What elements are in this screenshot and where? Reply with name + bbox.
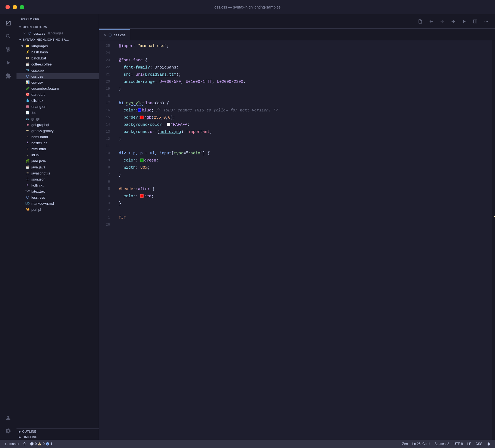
cucumber-icon: 🥒 bbox=[25, 86, 30, 91]
code-content[interactable]: @import "manual.css"; @font-face { font-… bbox=[114, 40, 492, 440]
tab-close-icon[interactable]: ✕ bbox=[103, 33, 106, 37]
open-editors-section[interactable]: ▼ OPEN EDITORS bbox=[16, 24, 99, 30]
code-line-15: border:rgb(255,0,0); bbox=[119, 114, 492, 121]
close-button[interactable] bbox=[6, 5, 10, 9]
open-editor-path: languages bbox=[48, 31, 63, 35]
activity-search-icon[interactable] bbox=[2, 30, 14, 42]
file-dart[interactable]: 🎯 dart.dart bbox=[16, 91, 99, 97]
file-elixir[interactable]: 💧 elixir.ex bbox=[16, 97, 99, 103]
activity-account-icon[interactable] bbox=[2, 412, 14, 424]
file-csv[interactable]: 📊 csv.csv bbox=[16, 79, 99, 85]
kotlin-icon: K bbox=[25, 183, 30, 187]
window-controls[interactable] bbox=[6, 5, 24, 9]
color-swatch-green bbox=[140, 159, 144, 162]
file-groovy[interactable]: 〜 groovy.groovy bbox=[16, 128, 99, 134]
mode-item[interactable]: Zen bbox=[402, 442, 408, 446]
elixir-icon: 💧 bbox=[25, 98, 30, 103]
code-line-14: background-color: #FAFAFA; bbox=[119, 121, 492, 128]
file-perl[interactable]: 🐪 perl.pl bbox=[16, 206, 99, 212]
git-diff-icon[interactable] bbox=[416, 17, 425, 26]
open-editor-name: css.css bbox=[34, 31, 45, 35]
activity-settings-icon[interactable] bbox=[2, 425, 14, 437]
file-name: json.json bbox=[31, 177, 45, 181]
file-latex[interactable]: TeX latex.tex bbox=[16, 188, 99, 194]
line-number-26: 26 bbox=[99, 221, 110, 228]
file-batch[interactable]: ⊞ batch.bat bbox=[16, 55, 99, 61]
file-ini[interactable]: ⁝ ini.ini bbox=[16, 152, 99, 158]
sidebar-bottom: ▶ OUTLINE ▶ TIMELINE bbox=[16, 428, 99, 440]
code-line-19: } bbox=[119, 85, 492, 92]
file-cucumber[interactable]: 🥒 cucumber.feature bbox=[16, 85, 99, 91]
file-name: javascript.js bbox=[31, 171, 50, 175]
file-go[interactable]: go go.go bbox=[16, 116, 99, 122]
file-kotlin[interactable]: K kotlin.kt bbox=[16, 182, 99, 188]
folder-languages[interactable]: ▼ 📁 languages bbox=[16, 43, 99, 49]
go-back-icon[interactable] bbox=[427, 17, 436, 26]
titlebar: css.css — syntax-highlighting-samples bbox=[0, 0, 495, 14]
code-editor[interactable]: 25 24 23 22 21 20 19 18 17 16 15 14 13 1… bbox=[99, 40, 495, 440]
folder-icon: 📁 bbox=[25, 44, 30, 48]
file-css[interactable]: ⬡ css.css bbox=[16, 73, 99, 79]
file-tree: ▼ 📁 languages ⚡ bash.bash ⊞ batch.bat ☕ … bbox=[16, 42, 99, 428]
go-forward-disabled-icon[interactable] bbox=[438, 17, 447, 26]
cursor-position-item[interactable]: Ln 26, Col 1 bbox=[412, 442, 430, 446]
file-java[interactable]: ☕ java.java bbox=[16, 164, 99, 170]
file-javascript[interactable]: JS javascript.js bbox=[16, 170, 99, 176]
activity-debug-icon[interactable] bbox=[2, 57, 14, 69]
file-less[interactable]: ⬡ less.less bbox=[16, 194, 99, 200]
outline-section[interactable]: ▶ OUTLINE bbox=[16, 429, 99, 434]
open-editor-css[interactable]: ✕ ⬡ css.css languages bbox=[16, 30, 99, 36]
file-erlang[interactable]: ⊞ erlang.erl bbox=[16, 103, 99, 110]
file-json[interactable]: {} json.json bbox=[16, 176, 99, 182]
activity-extensions-icon[interactable] bbox=[2, 70, 14, 82]
file-coffee[interactable]: ☕ coffee.coffee bbox=[16, 61, 99, 67]
activity-bar bbox=[0, 14, 16, 440]
file-name: ini.ini bbox=[31, 153, 40, 157]
code-line-4: color: red; bbox=[119, 193, 492, 200]
file-jade[interactable]: 🌿 jade.jade bbox=[16, 158, 99, 164]
line-number-5: 5 bbox=[99, 185, 110, 193]
timeline-section[interactable]: ▶ TIMELINE bbox=[16, 434, 99, 440]
file-haml[interactable]: ⌁ haml.haml bbox=[16, 134, 99, 140]
minimize-button[interactable] bbox=[13, 5, 17, 9]
split-editor-icon[interactable] bbox=[471, 17, 480, 26]
file-name: java.java bbox=[31, 165, 45, 169]
csv-icon: 📊 bbox=[25, 80, 30, 84]
file-name: groovy.groovy bbox=[31, 129, 54, 133]
file-html[interactable]: 5 html.html bbox=[16, 146, 99, 152]
folder-name: languages bbox=[31, 44, 48, 48]
indentation-item[interactable]: Spaces: 2 bbox=[435, 442, 449, 446]
info-icon bbox=[46, 442, 50, 446]
file-cpp[interactable]: C+ cpp.cpp bbox=[16, 67, 99, 73]
color-swatch-red bbox=[140, 116, 144, 119]
file-bash[interactable]: ⚡ bash.bash bbox=[16, 49, 99, 55]
line-number-25: 25 bbox=[99, 42, 110, 50]
sync-item[interactable] bbox=[23, 442, 27, 446]
git-branch-item[interactable]: master bbox=[4, 442, 20, 446]
go-forward-icon[interactable] bbox=[449, 17, 458, 26]
line-number-11: 11 bbox=[99, 143, 110, 150]
editor-area: ✕ ⬡ css.css 25 24 23 22 21 20 19 18 17 1… bbox=[99, 14, 495, 440]
jade-icon: 🌿 bbox=[25, 159, 30, 163]
tab-css[interactable]: ✕ ⬡ css.css bbox=[99, 29, 130, 40]
file-foo[interactable]: 📄 foo bbox=[16, 110, 99, 116]
file-graphql[interactable]: ◈ gql.graphql bbox=[16, 122, 99, 128]
batch-icon: ⊞ bbox=[25, 56, 30, 60]
file-haskell[interactable]: λ haskell.hs bbox=[16, 140, 99, 146]
code-line-2 bbox=[119, 207, 492, 214]
errors-item[interactable]: 0 0 1 bbox=[30, 442, 53, 446]
maximize-button[interactable] bbox=[20, 5, 24, 9]
encoding-item[interactable]: UTF-8 bbox=[453, 442, 463, 446]
notification-bell[interactable] bbox=[487, 442, 491, 446]
close-icon[interactable]: ✕ bbox=[23, 31, 26, 35]
run-icon[interactable] bbox=[460, 17, 469, 26]
language-item[interactable]: CSS bbox=[475, 442, 482, 446]
line-number-22: 22 bbox=[99, 64, 110, 71]
project-section[interactable]: ▼ SYNTAX-HIGHLIGHTING-SA... bbox=[16, 37, 99, 42]
activity-scm-icon[interactable] bbox=[2, 43, 14, 56]
more-actions-icon[interactable] bbox=[482, 17, 491, 26]
file-name: perl.pl bbox=[31, 207, 41, 212]
eol-item[interactable]: LF bbox=[467, 442, 471, 446]
file-markdown[interactable]: MD markdown.md bbox=[16, 200, 99, 206]
activity-explorer-icon[interactable] bbox=[2, 17, 14, 29]
